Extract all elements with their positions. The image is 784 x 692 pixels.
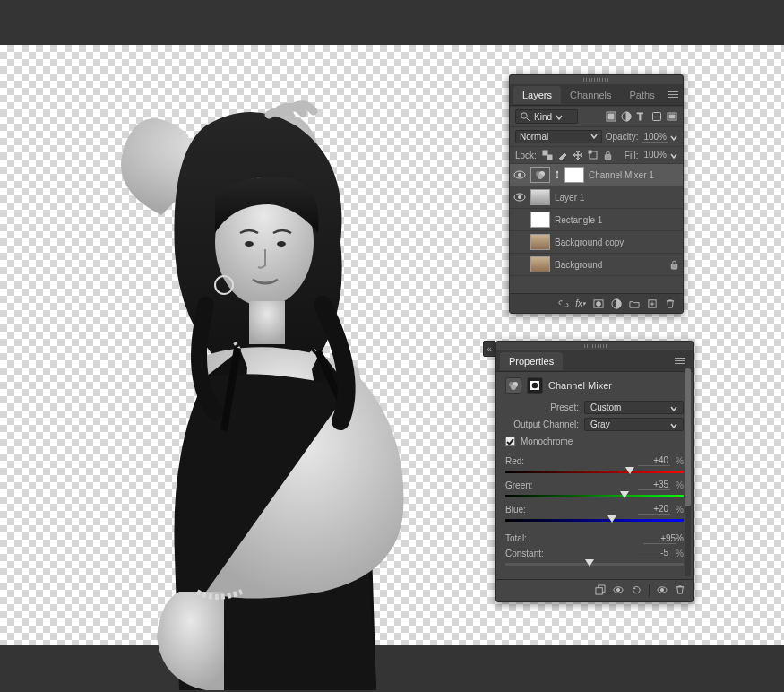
red-value-input[interactable]: +40 [638,455,670,466]
panel-collapse-button[interactable]: « [483,341,495,357]
mask-icon[interactable] [527,377,543,394]
kind-filter-select[interactable]: Kind [515,109,578,124]
layer-name[interactable]: Background copy [555,238,624,247]
filter-type-icon[interactable]: T [636,111,647,122]
constant-slider[interactable] [505,560,684,568]
tab-paths[interactable]: Paths [621,86,664,104]
visibility-toggle[interactable] [513,213,526,226]
percent-unit: % [676,549,684,558]
lock-row: Lock: Fill: 100% [510,146,683,163]
filter-smart-icon[interactable] [667,111,677,122]
layer-thumbnail [530,189,550,205]
red-slider[interactable] [505,468,684,476]
svg-point-38 [532,383,538,389]
filter-adjustment-icon[interactable] [621,111,632,122]
filter-shape-icon[interactable] [651,111,662,122]
tab-layers[interactable]: Layers [513,86,561,104]
layer-mask-thumbnail [564,167,584,183]
properties-footer [496,579,693,601]
panel-menu-icon[interactable] [664,88,682,101]
new-group-icon[interactable] [628,298,640,309]
chevron-down-icon [670,404,677,411]
preset-select[interactable]: Custom [584,401,684,414]
slider-handle[interactable] [585,559,594,567]
link-layers-icon[interactable] [557,298,569,309]
constant-value-input[interactable]: -5 [638,548,670,558]
properties-scrollbar[interactable] [685,364,691,576]
constant-slider-row: Constant: -5 % [505,548,684,568]
svg-rect-39 [596,588,602,594]
preset-label: Preset: [505,402,579,412]
svg-point-36 [511,385,516,390]
percent-unit: % [676,505,684,515]
blend-mode-value: Normal [520,132,548,142]
reset-icon[interactable] [631,584,642,595]
layer-row[interactable]: Layer 1 [510,186,683,208]
opacity-value-input[interactable]: 100% [642,132,677,143]
blue-slider[interactable] [505,516,684,524]
kind-label: Kind [534,112,552,122]
layer-fx-icon[interactable]: fx▾ [575,298,586,309]
toggle-visibility-icon[interactable] [657,584,668,595]
layer-name[interactable]: Channel Mixer 1 [589,170,654,180]
tab-properties[interactable]: Properties [500,352,563,370]
chevron-down-icon [670,151,677,159]
green-label: Green: [505,480,638,490]
filter-pixel-icon[interactable] [606,111,616,122]
red-slider-row: Red: +40 % [505,455,684,476]
slider-handle[interactable] [625,467,634,474]
output-channel-label: Output Channel: [505,420,579,429]
layer-row[interactable]: Background copy [510,230,683,253]
layer-name[interactable]: Layer 1 [555,193,584,203]
lock-position-icon[interactable] [573,150,583,160]
total-label: Total: [505,533,643,544]
layer-thumbnail [530,256,550,272]
properties-panel: Properties Channel Mixer Preset: Custom … [495,341,694,602]
green-value-input[interactable]: +35 [638,480,670,490]
layer-name[interactable]: Rectangle 1 [555,215,602,225]
new-layer-icon[interactable] [646,298,658,309]
visibility-toggle[interactable] [513,191,526,203]
tab-channels[interactable]: Channels [561,86,620,104]
view-previous-icon[interactable] [613,584,624,595]
slider-handle[interactable] [620,491,629,498]
properties-panel-tabs: Properties [496,350,693,372]
checkbox-icon [505,437,515,446]
blue-value-input[interactable]: +20 [638,504,670,515]
blend-mode-select[interactable]: Normal [515,130,602,143]
layer-row[interactable]: Background [510,253,683,275]
svg-point-41 [616,588,619,591]
clip-to-layer-icon[interactable] [595,584,606,595]
visibility-toggle[interactable] [513,236,526,248]
monochrome-checkbox[interactable]: Monochrome [505,437,684,446]
new-adjustment-icon[interactable] [610,298,622,309]
visibility-toggle[interactable] [513,169,526,181]
layer-thumbnail [530,167,550,183]
layer-row[interactable]: Channel Mixer 1 [510,163,683,186]
panel-drag-handle[interactable] [510,75,683,84]
properties-body: Channel Mixer Preset: Custom Output Chan… [496,372,693,579]
lock-all-icon[interactable] [603,150,614,160]
svg-rect-29 [671,264,676,269]
delete-adjustment-icon[interactable] [675,584,685,595]
layer-name[interactable]: Background [555,260,602,270]
layers-footer: fx▾ [510,293,683,313]
lock-transparent-icon[interactable] [542,150,553,160]
fill-value-input[interactable]: 100% [642,150,677,160]
lock-artboard-icon[interactable] [588,150,599,160]
filter-row: Kind T [510,106,683,126]
percent-unit: % [676,480,684,490]
slider-handle[interactable] [607,515,616,523]
constant-label: Constant: [505,549,638,558]
output-channel-select[interactable]: Gray [584,418,684,431]
panel-drag-handle[interactable] [496,342,693,350]
subject-image [90,90,435,690]
visibility-toggle[interactable] [513,258,526,271]
lock-pixels-icon[interactable] [557,150,568,160]
svg-point-2 [277,241,286,247]
layer-row[interactable]: Rectangle 1 [510,208,683,230]
delete-layer-icon[interactable] [664,298,676,309]
chevron-down-icon [590,132,598,139]
green-slider[interactable] [505,492,684,500]
add-mask-icon[interactable] [592,298,604,309]
